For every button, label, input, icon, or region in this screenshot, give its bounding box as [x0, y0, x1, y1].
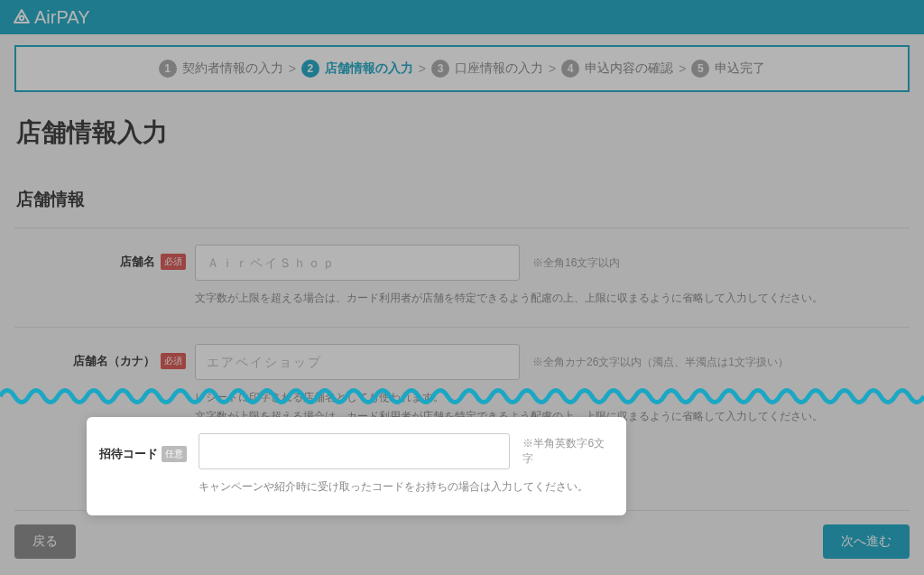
step-separator: > — [549, 61, 556, 76]
step-5: 5申込完了 — [691, 60, 765, 78]
required-badge: 必須 — [161, 254, 186, 270]
footer-bar: 戻る 次へ進む — [14, 510, 910, 561]
shop-name-kana-input[interactable] — [195, 344, 520, 380]
invite-code-input[interactable] — [199, 433, 510, 469]
optional-badge: 任意 — [162, 446, 187, 462]
shop-name-help: 文字数が上限を超える場合は、カード利用者が店舗を特定できるよう配慮の上、上限に収… — [195, 290, 910, 307]
shop-name-label: 店舗名 — [120, 254, 155, 270]
step-separator: > — [679, 61, 686, 76]
next-button[interactable]: 次へ進む — [823, 524, 910, 559]
topbar: AirPAY — [0, 0, 924, 34]
step-2: 2店舗情報の入力 — [301, 60, 413, 78]
field-invite-code: 招待コード 任意 ※半角英数字6文字 キャンペーンや紹介時に受け取ったコードをお… — [99, 430, 614, 496]
brand-icon — [13, 8, 31, 26]
invite-code-note: ※半角英数字6文字 — [522, 436, 614, 467]
field-shop-name: 店舗名 必須 ※全角16文字以内 文字数が上限を超える場合は、カード利用者が店舗… — [14, 228, 910, 307]
brand-logo: AirPAY — [13, 7, 90, 28]
step-separator: > — [419, 61, 426, 76]
field-shop-name-kana: 店舗名（カナ） 必須 ※全角カナ26文字以内（濁点、半濁点は1文字扱い） レシー… — [14, 328, 910, 425]
step-1: 1契約者情報の入力 — [159, 60, 283, 78]
shop-name-input[interactable] — [195, 245, 520, 281]
wave-divider — [0, 383, 924, 410]
section-title: 店舗情報 — [16, 188, 910, 211]
progress-stepper: 1契約者情報の入力 > 2店舗情報の入力 > 3口座情報の入力 > 4申込内容の… — [14, 45, 910, 92]
step-3: 3口座情報の入力 — [431, 60, 543, 78]
invite-code-label: 招待コード — [99, 446, 158, 462]
shop-name-kana-label: 店舗名（カナ） — [73, 353, 155, 369]
back-button[interactable]: 戻る — [14, 524, 76, 559]
shop-name-note: ※全角16文字以内 — [532, 255, 620, 271]
step-separator: > — [289, 61, 296, 76]
svg-point-0 — [20, 16, 23, 20]
invite-code-help: キャンペーンや紹介時に受け取ったコードをお持ちの場合は入力してください。 — [199, 478, 614, 496]
brand-text: AirPAY — [34, 7, 90, 28]
page-title: 店舗情報入力 — [16, 116, 910, 150]
page: 1契約者情報の入力 > 2店舗情報の入力 > 3口座情報の入力 > 4申込内容の… — [0, 34, 924, 426]
invite-code-card: 招待コード 任意 ※半角英数字6文字 キャンペーンや紹介時に受け取ったコードをお… — [87, 417, 626, 515]
required-badge: 必須 — [161, 353, 186, 369]
shop-name-kana-note: ※全角カナ26文字以内（濁点、半濁点は1文字扱い） — [532, 355, 789, 370]
step-4: 4申込内容の確認 — [561, 60, 673, 78]
